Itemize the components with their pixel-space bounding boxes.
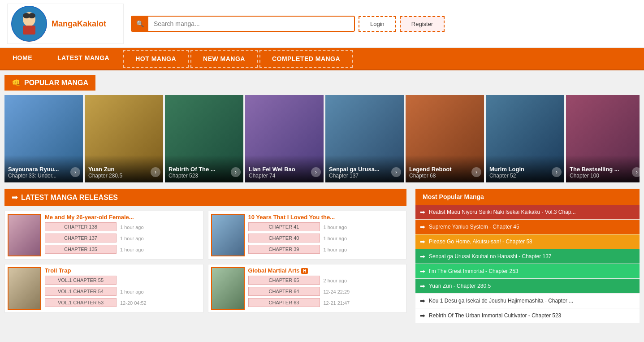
chapter-button[interactable]: CHAPTER 40 [248,234,320,242]
latest-thumb [8,214,41,256]
popular-list-section: Most Popular Manga ➡Realist Maou Niyoru … [415,189,640,323]
chapter-time: 12-20 04:52 [120,300,147,306]
manga-card-chapter: Chapter 523 [169,173,240,179]
logo-image [11,6,47,42]
nav-completed[interactable]: COMPLETED MANGA [259,50,353,68]
popular-arrow-icon: ➡ [420,223,425,230]
latest-icon: ➡ [12,193,17,202]
manga-card[interactable]: Lian Fei Wei Bao Chapter 74 › [245,95,324,182]
popular-item-label: Supreme Yanluo System - Chapter 45 [429,224,519,230]
logo-box: MangaKakalot [7,4,124,44]
manga-card[interactable]: Legend Reboot Chapter 68 › [406,95,484,182]
popular-list-item[interactable]: ➡Yuan Zun - Chapter 280.5 [415,279,640,294]
manga-card-title: The Bestselling ... [570,166,640,173]
latest-info: Troll Trap VOL.1 CHAPTER 55 VOL.1 CHAPTE… [45,267,200,310]
navigation: HOME LATEST MANGA HOT MANGA NEW MANGA CO… [0,48,644,70]
manga-card-title: Legend Reboot [409,166,480,173]
popular-manga-section: 👊 POPULAR MANGA Sayounara Ryuu... Chapte… [0,70,644,189]
latest-thumb [8,267,41,310]
nav-new[interactable]: NEW MANGA [190,50,258,68]
search-icon: 🔍 [132,17,148,31]
manga-card-title: Yuan Zun [88,166,160,173]
svg-point-5 [28,13,35,18]
left-panel: ➡ LATEST MANGA RELEASES Me and My 26-yea… [0,189,411,323]
popular-list-item[interactable]: ➡Please Go Home, Akutsu-san! - Chapter 5… [415,234,640,249]
latest-manga-title[interactable]: 10 Years That I Loved You the... [248,214,404,221]
popular-list-item[interactable]: ➡I'm The Great Immortal - Chapter 253 [415,264,640,279]
popular-list-header: Most Popular Manga [415,189,640,205]
popular-list-item[interactable]: ➡Supreme Yanluo System - Chapter 45 [415,220,640,234]
popular-list-item[interactable]: ➡Kou 1 Desu ga Isekai de Joushu Hajimema… [415,294,640,308]
chapter-button[interactable]: CHAPTER 135 [45,245,117,254]
latest-grid: Me and My 26-year-old Female... CHAPTER … [4,211,406,313]
manga-arrow-icon: › [391,167,401,177]
latest-manga-title[interactable]: Global Martial Arts H [248,267,404,274]
manga-card-chapter: Chapter 280.5 [88,173,160,179]
latest-info: Me and My 26-year-old Female... CHAPTER … [45,214,200,256]
chapter-button[interactable]: VOL.1 CHAPTER 55 [45,276,117,285]
latest-manga-section: ➡ LATEST MANGA RELEASES Me and My 26-yea… [4,189,406,313]
popular-list-item[interactable]: ➡Realist Maou Niyoru Seiiki Naki Isekai … [415,205,640,220]
chapter-time: 12-21 21:47 [324,300,350,306]
manga-card[interactable]: Murim Login Chapter 52 › [486,95,564,182]
popular-item-label: Rebirth Of The Urban Immortal Cultivator… [429,312,561,319]
chapter-button[interactable]: CHAPTER 41 [248,222,320,231]
nav-home[interactable]: HOME [0,48,45,69]
nav-hot[interactable]: HOT MANGA [123,50,189,68]
register-button[interactable]: Register [400,16,445,32]
chapter-time: 12-24 22:29 [324,289,350,294]
latest-info: 10 Years That I Loved You the... CHAPTER… [248,214,404,256]
manga-card-title: Rebirth Of The ... [169,166,240,173]
manga-arrow-icon: › [471,167,481,177]
manga-card-title: Senpai ga Urusa... [329,166,400,173]
chapter-button[interactable]: VOL.1 CHAPTER 53 [45,298,117,307]
manga-arrow-icon: › [70,167,80,177]
popular-arrow-icon: ➡ [420,238,425,245]
popular-icon: 👊 [12,78,21,87]
chapter-time: 1 hour ago [324,236,347,241]
chapter-button[interactable]: VOL.1 CHAPTER 54 [45,287,117,296]
nav-latest[interactable]: LATEST MANGA [45,48,122,69]
chapter-button[interactable]: CHAPTER 137 [45,234,117,242]
latest-item: 10 Years That I Loved You the... CHAPTER… [208,211,407,260]
manga-arrow-icon: › [231,167,241,177]
search-input[interactable] [148,17,354,31]
latest-item: Me and My 26-year-old Female... CHAPTER … [4,211,203,260]
manga-card[interactable]: Sayounara Ryuu... Chapter 33: Under... › [4,95,83,182]
login-button[interactable]: Login [359,16,396,32]
chapter-time: 1 hour ago [324,247,347,252]
manga-card[interactable]: Senpai ga Urusa... Chapter 137 › [325,95,404,182]
latest-info: Global Martial Arts H CHAPTER 65 2 hour … [248,267,404,310]
latest-manga-title[interactable]: Me and My 26-year-old Female... [45,214,200,221]
chapter-button[interactable]: CHAPTER 65 [248,276,320,285]
chapter-button[interactable]: CHAPTER 63 [248,298,320,307]
popular-arrow-icon: ➡ [420,268,425,275]
chapter-button[interactable]: CHAPTER 138 [45,222,117,231]
manga-arrow-icon: › [151,167,160,177]
popular-item-label: I'm The Great Immortal - Chapter 253 [429,268,518,274]
manga-arrow-icon: › [552,167,562,177]
manga-card[interactable]: Yuan Zun Chapter 280.5 › [85,95,163,182]
popular-item-label: Senpai ga Urusai Kouhai no Hanashi - Cha… [429,253,552,260]
latest-item: Troll Trap VOL.1 CHAPTER 55 VOL.1 CHAPTE… [4,264,203,313]
manga-card-chapter: Chapter 33: Under... [8,173,79,179]
popular-item-label: Yuan Zun - Chapter 280.5 [429,283,491,289]
manga-card-title: Murim Login [489,166,561,173]
popular-item-label: Please Go Home, Akutsu-san! - Chapter 58 [429,238,532,245]
latest-title: LATEST MANGA RELEASES [21,194,118,202]
latest-thumb [211,267,245,310]
search-area: 🔍 Login Register [131,16,637,32]
chapter-button[interactable]: CHAPTER 64 [248,287,320,296]
manga-card[interactable]: The Bestselling ... Chapter 100 › [566,95,640,182]
popular-title: POPULAR MANGA [24,79,88,87]
manga-card-title: Sayounara Ryuu... [8,166,79,173]
auth-buttons: Login Register [359,16,445,32]
chapter-time: 1 hour ago [120,247,144,252]
popular-item-label: Kou 1 Desu ga Isekai de Joushu Hajimemas… [429,298,573,304]
chapter-time: 1 hour ago [120,225,144,230]
latest-manga-title[interactable]: Troll Trap [45,267,200,274]
popular-list-item[interactable]: ➡Rebirth Of The Urban Immortal Cultivato… [415,308,640,323]
chapter-button[interactable]: CHAPTER 39 [248,245,320,254]
manga-card[interactable]: Rebirth Of The ... Chapter 523 › [165,95,243,182]
popular-list-item[interactable]: ➡Senpai ga Urusai Kouhai no Hanashi - Ch… [415,249,640,264]
